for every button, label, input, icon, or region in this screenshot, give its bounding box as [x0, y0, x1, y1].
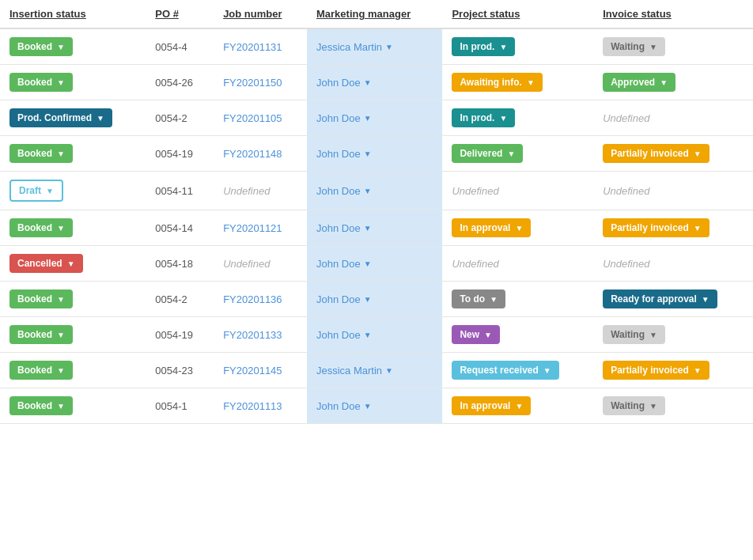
- marketing-manager-cell: Jessica Martin ▼: [307, 28, 442, 65]
- marketing-manager-cell: John Doe ▼: [307, 100, 442, 136]
- job-number-link[interactable]: FY20201133: [223, 329, 282, 341]
- invoice-status-button[interactable]: Partially invoiced ▼: [603, 218, 709, 237]
- invoice-status-button[interactable]: Waiting ▼: [603, 396, 665, 415]
- insertion-status-button[interactable]: Prod. Confirmed ▼: [9, 108, 112, 127]
- job-number-cell: Undefined: [214, 172, 307, 210]
- job-number-link[interactable]: FY20201148: [223, 148, 282, 160]
- job-number-link[interactable]: FY20201145: [223, 365, 282, 376]
- job-number-link[interactable]: FY20201121: [223, 222, 282, 234]
- marketing-manager-cell: John Doe ▼: [307, 172, 442, 210]
- job-number-cell: FY20201121: [214, 210, 307, 246]
- marketing-manager-cell: John Doe ▼: [307, 246, 442, 282]
- invoice-status-cell: Undefined: [593, 100, 753, 136]
- insertion-status-button[interactable]: Cancelled ▼: [9, 254, 83, 273]
- po-number-cell: 0054-1: [146, 388, 214, 424]
- job-number-link[interactable]: FY20201136: [223, 293, 282, 305]
- invoice-status-button[interactable]: Partially invoiced ▼: [603, 361, 709, 380]
- job-number-link[interactable]: FY20201150: [223, 77, 282, 89]
- table-row: Booked ▼0054-2FY20201136John Doe ▼To do …: [0, 282, 753, 317]
- manager-button[interactable]: Jessica Martin ▼: [316, 41, 393, 53]
- job-number-cell: FY20201131: [214, 28, 307, 65]
- col-project-status[interactable]: Project status: [442, 0, 593, 28]
- invoice-status-button[interactable]: Partially invoiced ▼: [603, 144, 709, 163]
- col-invoice-status[interactable]: Invoice status: [593, 0, 753, 28]
- insertion-status-cell: Booked ▼: [0, 388, 146, 424]
- manager-button[interactable]: John Doe ▼: [316, 293, 372, 305]
- insertion-status-cell: Booked ▼: [0, 353, 146, 388]
- project-status-button[interactable]: In prod. ▼: [452, 37, 515, 56]
- project-status-cell: In approval ▼: [442, 210, 593, 246]
- invoice-status-cell: Ready for approval ▼: [593, 282, 753, 317]
- project-status-button[interactable]: In approval ▼: [452, 218, 531, 237]
- insertion-status-cell: Cancelled ▼: [0, 246, 146, 282]
- invoice-status-button[interactable]: Waiting ▼: [603, 325, 665, 344]
- invoice-status-cell: Partially invoiced ▼: [593, 136, 753, 172]
- invoice-status-cell: Partially invoiced ▼: [593, 210, 753, 246]
- project-status-button[interactable]: New ▼: [452, 325, 500, 344]
- insertion-status-cell: Prod. Confirmed ▼: [0, 100, 146, 136]
- manager-button[interactable]: John Doe ▼: [316, 329, 372, 341]
- insertion-status-button[interactable]: Booked ▼: [9, 73, 73, 92]
- po-number-cell: 0054-11: [146, 172, 214, 210]
- manager-button[interactable]: John Doe ▼: [316, 185, 372, 197]
- manager-button[interactable]: John Doe ▼: [316, 400, 372, 412]
- project-status-button[interactable]: To do ▼: [452, 289, 505, 308]
- po-number-cell: 0054-26: [146, 65, 214, 100]
- job-number-link[interactable]: FY20201131: [223, 41, 282, 53]
- manager-button[interactable]: Jessica Martin ▼: [316, 365, 393, 376]
- col-job-number[interactable]: Job number: [214, 0, 307, 28]
- job-number-link[interactable]: FY20201113: [223, 400, 282, 412]
- manager-button[interactable]: John Doe ▼: [316, 258, 372, 270]
- project-status-button[interactable]: Delivered ▼: [452, 144, 523, 163]
- invoice-status-cell: Approved ▼: [593, 65, 753, 100]
- insertion-status-button[interactable]: Booked ▼: [9, 218, 73, 237]
- manager-button[interactable]: John Doe ▼: [316, 222, 372, 234]
- table-row: Booked ▼0054-4FY20201131Jessica Martin ▼…: [0, 28, 753, 65]
- project-status-button[interactable]: In approval ▼: [452, 396, 531, 415]
- project-status-cell: In prod. ▼: [442, 28, 593, 65]
- job-number-cell: FY20201145: [214, 353, 307, 388]
- insertion-status-button[interactable]: Booked ▼: [9, 37, 73, 56]
- table-row: Prod. Confirmed ▼0054-2FY20201105John Do…: [0, 100, 753, 136]
- invoice-status-cell: Waiting ▼: [593, 317, 753, 353]
- job-number-cell: FY20201150: [214, 65, 307, 100]
- insertion-status-cell: Booked ▼: [0, 317, 146, 353]
- insertion-status-button[interactable]: Draft ▼: [9, 180, 63, 202]
- table-row: Booked ▼0054-14FY20201121John Doe ▼In ap…: [0, 210, 753, 246]
- col-insertion-status[interactable]: Insertion status: [0, 0, 146, 28]
- col-marketing-manager[interactable]: Marketing manager: [307, 0, 442, 28]
- manager-button[interactable]: John Doe ▼: [316, 148, 372, 160]
- project-status-button[interactable]: Awaiting info. ▼: [452, 73, 542, 92]
- marketing-manager-cell: John Doe ▼: [307, 282, 442, 317]
- project-status-cell: Undefined: [442, 246, 593, 282]
- invoice-status-button[interactable]: Ready for approval ▼: [603, 289, 717, 308]
- insertion-status-button[interactable]: Booked ▼: [9, 361, 73, 380]
- insertion-status-button[interactable]: Booked ▼: [9, 144, 73, 163]
- project-status-cell: New ▼: [442, 317, 593, 353]
- insertion-status-cell: Booked ▼: [0, 282, 146, 317]
- manager-button[interactable]: John Doe ▼: [316, 112, 372, 124]
- project-status-button[interactable]: Request received ▼: [452, 361, 558, 380]
- insertion-status-button[interactable]: Booked ▼: [9, 396, 73, 415]
- job-number-cell: FY20201113: [214, 388, 307, 424]
- job-number-link[interactable]: FY20201105: [223, 112, 282, 124]
- project-status-cell: In prod. ▼: [442, 100, 593, 136]
- insertion-status-cell: Booked ▼: [0, 65, 146, 100]
- manager-button[interactable]: John Doe ▼: [316, 77, 372, 89]
- invoice-status-cell: Undefined: [593, 246, 753, 282]
- project-status-button[interactable]: In prod. ▼: [452, 108, 515, 127]
- col-po-num[interactable]: PO #: [146, 0, 214, 28]
- insertion-status-button[interactable]: Booked ▼: [9, 325, 73, 344]
- invoice-status-button[interactable]: Waiting ▼: [603, 37, 665, 56]
- marketing-manager-cell: John Doe ▼: [307, 317, 442, 353]
- marketing-manager-cell: John Doe ▼: [307, 65, 442, 100]
- po-number-cell: 0054-2: [146, 282, 214, 317]
- insertion-status-button[interactable]: Booked ▼: [9, 289, 73, 308]
- project-status-cell: Delivered ▼: [442, 136, 593, 172]
- invoice-status-cell: Partially invoiced ▼: [593, 353, 753, 388]
- invoice-status-button[interactable]: Approved ▼: [603, 73, 675, 92]
- po-number-cell: 0054-4: [146, 28, 214, 65]
- job-number-cell: FY20201148: [214, 136, 307, 172]
- marketing-manager-cell: John Doe ▼: [307, 136, 442, 172]
- marketing-manager-cell: John Doe ▼: [307, 388, 442, 424]
